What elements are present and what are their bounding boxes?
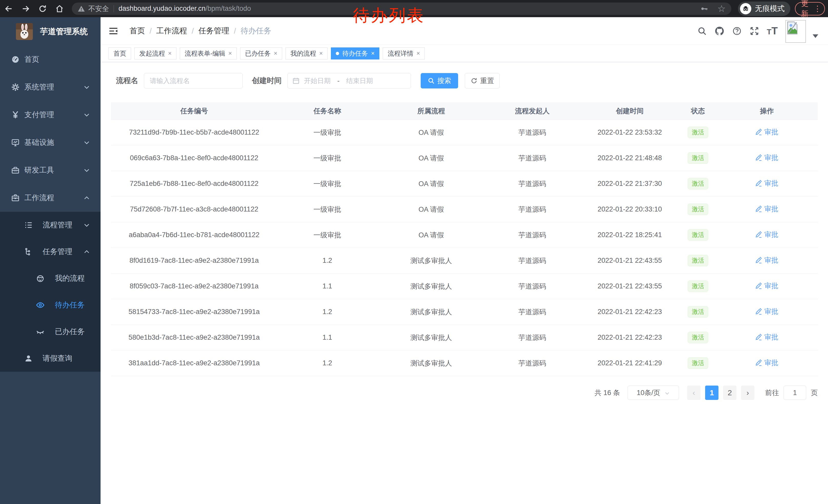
fullscreen-icon[interactable] [749,26,759,36]
tab-我的流程[interactable]: 我的流程× [286,47,328,59]
created-time-cell: 2022-01-22 21:37:30 [580,180,680,188]
tab-首页[interactable]: 首页 [109,47,131,59]
status-badge: 激活 [688,229,708,241]
avatar[interactable] [785,20,806,43]
breadcrumb-item: 待办任务 [241,26,272,36]
table-row: 8f059c03-7ac8-11ec-a9e2-a2380e71991a1.1测… [111,274,818,299]
next-page-button[interactable]: › [741,385,754,400]
chevron-down-icon [83,84,90,91]
sidebar-item-home[interactable]: 首页 [0,46,100,73]
tab-label: 已办任务 [245,49,271,58]
action-cell: 审批 [716,256,818,266]
page-button-2[interactable]: 2 [723,385,736,400]
table-row: 381aa1dd-7ac8-11ec-a9e2-a2380e71991a1.2测… [111,351,818,376]
tab-发起流程[interactable]: 发起流程× [134,47,176,59]
page-size-select[interactable]: 10条/页 [628,385,679,400]
table-header: 任务编号任务名称所属流程流程发起人创建时间状态操作 [111,102,818,120]
tab-label: 我的流程 [290,49,316,58]
password-key-icon[interactable] [700,4,709,13]
close-icon[interactable]: × [416,50,420,56]
action-cell: 审批 [716,307,818,317]
task-name-cell: 一级审批 [277,128,377,137]
close-icon[interactable]: × [319,50,323,56]
home-icon[interactable] [55,4,64,13]
sidebar-item-leave-query[interactable]: 请假查询 [0,345,100,372]
approve-button[interactable]: 审批 [755,281,778,290]
table-row: a6aba0a4-7b6d-11ec-b781-acde48001122一级审批… [111,222,818,248]
search-button[interactable]: 搜索 [421,73,458,88]
approve-button[interactable]: 审批 [755,127,778,137]
page-button-1[interactable]: 1 [705,385,718,400]
tab-流程详情[interactable]: 流程详情× [383,47,425,59]
approve-button[interactable]: 审批 [755,153,778,162]
forward-icon[interactable] [21,4,30,13]
back-icon[interactable] [4,4,13,13]
sidebar-item-infra[interactable]: 基础设施 [0,129,100,156]
close-icon[interactable]: × [371,50,374,56]
approve-button[interactable]: 审批 [755,358,778,367]
sidebar-item-label: 我的流程 [55,273,85,283]
task-id-cell: 75d72608-7b7f-11ec-a3c8-acde48001122 [111,205,277,213]
approve-button[interactable]: 审批 [755,307,778,316]
toolbox-icon [11,166,20,175]
reset-button[interactable]: 重置 [465,73,500,88]
tab-已办任务[interactable]: 已办任务× [240,47,282,59]
sidebar: 芋道管理系统 首页系统管理支付管理基础设施研发工具工作流程流程管理任务管理我的流… [0,17,100,504]
sidebar-item-my-process[interactable]: 我的流程 [0,265,100,292]
date-range-input[interactable]: 开始日期 - 结束日期 [287,73,411,88]
tab-label: 流程详情 [387,49,413,58]
tab-流程表单-编辑[interactable]: 流程表单-编辑× [180,47,237,59]
approve-button[interactable]: 审批 [755,179,778,188]
approve-button[interactable]: 审批 [755,332,778,342]
initiator-cell: 芋道源码 [485,230,579,240]
sidebar-item-system[interactable]: 系统管理 [0,73,100,101]
approve-button[interactable]: 审批 [755,256,778,265]
status-cell: 激活 [680,255,716,266]
sidebar-item-done-task[interactable]: 已办任务 [0,318,100,345]
not-secure-icon[interactable] [78,5,85,12]
app-title: 芋道管理系统 [40,26,88,37]
browser-menu-icon[interactable]: ⋮ [814,5,821,12]
page-unit-label: 页 [811,388,818,397]
close-icon[interactable]: × [228,50,232,56]
goto-page-input[interactable] [784,385,806,400]
prev-page-button[interactable]: ‹ [687,385,701,400]
approve-button[interactable]: 审批 [755,204,778,214]
sidebar-item-todo-task[interactable]: 待办任务 [0,292,100,318]
sidebar-item-process-mgmt[interactable]: 流程管理 [0,212,100,238]
incognito-label: 无痕模式 [755,4,785,14]
reload-icon[interactable] [38,4,47,13]
breadcrumb-item[interactable]: 首页 [129,26,145,36]
avatar-caret-icon[interactable] [813,34,818,38]
action-cell: 审批 [716,204,818,214]
pen-icon [755,282,762,289]
sidebar-item-label: 系统管理 [25,82,54,92]
sidebar-toggle[interactable] [109,27,118,35]
sidebar-item-devtools[interactable]: 研发工具 [0,156,100,184]
sidebar-item-payment[interactable]: 支付管理 [0,101,100,129]
column-header: 所属流程 [378,106,485,116]
font-size-icon[interactable]: TT [767,25,778,37]
task-name-cell: 1.2 [277,308,377,316]
table-row: 725a1eb6-7b88-11ec-8ef0-acde48001122一级审批… [111,171,818,197]
github-icon[interactable] [714,26,724,36]
app-header: 首页/工作流程/任务管理/待办任务 TT [100,17,828,45]
sidebar-item-task-mgmt[interactable]: 任务管理 [0,238,100,265]
search-icon[interactable] [697,26,707,36]
close-icon[interactable]: × [274,50,277,56]
breadcrumb-item[interactable]: 工作流程 [156,26,187,36]
pen-icon [755,257,762,264]
process-cell: 测试多审批人 [378,256,485,265]
tab-待办任务[interactable]: 待办任务× [331,47,379,59]
process-name-input[interactable] [144,73,243,88]
status-cell: 激活 [680,127,716,138]
approve-button[interactable]: 审批 [755,230,778,239]
update-button[interactable]: 更新 ⋮ [795,2,825,15]
help-icon[interactable] [732,26,742,36]
action-cell: 审批 [716,358,818,368]
bookmark-star-icon[interactable]: ☆ [717,4,726,13]
close-icon[interactable]: × [168,50,172,56]
sidebar-item-workflow[interactable]: 工作流程 [0,184,100,212]
breadcrumb-item[interactable]: 任务管理 [199,26,229,36]
breadcrumb-separator: / [234,27,236,35]
